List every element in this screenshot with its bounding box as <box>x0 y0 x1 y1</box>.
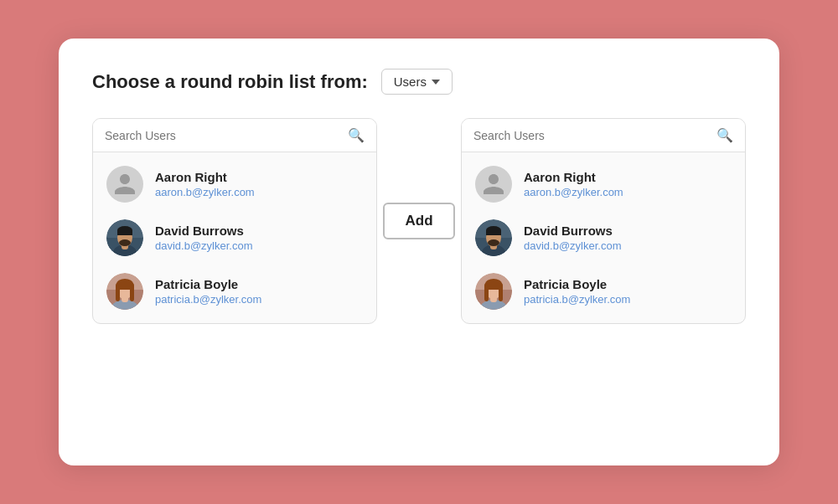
svg-rect-18 <box>116 283 133 290</box>
main-modal: Choose a round robin list from: Users 🔍 <box>59 39 779 465</box>
user-email: patricia.b@zylker.com <box>155 293 261 306</box>
david-avatar-right <box>475 219 512 256</box>
user-name: Patricia Boyle <box>155 277 261 291</box>
user-info: Aaron Right aaron.b@zylker.com <box>524 170 623 198</box>
right-search-input[interactable] <box>473 129 710 142</box>
left-list-item[interactable]: Patricia Boyle patricia.b@zylker.com <box>93 265 376 318</box>
person-icon <box>481 172 506 197</box>
avatar <box>475 166 512 203</box>
user-info: David Burrows david.b@zylker.com <box>155 224 253 252</box>
right-list-item[interactable]: Patricia Boyle patricia.b@zylker.com <box>462 265 745 318</box>
avatar <box>106 219 143 256</box>
right-search-icon: 🔍 <box>716 127 733 143</box>
right-user-list-panel: 🔍 Aaron Right aaron.b@zylker.com <box>461 118 746 324</box>
right-search-bar: 🔍 <box>462 119 745 152</box>
user-email: david.b@zylker.com <box>155 239 253 252</box>
user-name: Aaron Right <box>155 170 255 184</box>
person-icon <box>112 172 137 197</box>
svg-point-27 <box>488 239 499 246</box>
svg-rect-26 <box>486 230 501 235</box>
user-name: David Burrows <box>155 224 253 238</box>
user-name: David Burrows <box>524 224 622 238</box>
svg-point-8 <box>119 239 131 246</box>
user-name: Aaron Right <box>524 170 623 184</box>
patricia-avatar-left <box>106 273 143 310</box>
user-info: Patricia Boyle patricia.b@zylker.com <box>155 277 261 306</box>
right-user-list: Aaron Right aaron.b@zylker.com <box>462 152 745 323</box>
chevron-down-icon <box>432 80 440 85</box>
avatar <box>106 273 143 310</box>
david-avatar-left <box>106 219 143 256</box>
left-list-item[interactable]: Aaron Right aaron.b@zylker.com <box>93 157 376 211</box>
svg-rect-7 <box>117 230 132 235</box>
user-info: David Burrows david.b@zylker.com <box>524 224 622 252</box>
modal-title: Choose a round robin list from: <box>92 71 368 93</box>
user-email: aaron.b@zylker.com <box>524 186 623 198</box>
modal-header: Choose a round robin list from: Users <box>92 69 746 95</box>
user-name: Patricia Boyle <box>524 277 630 291</box>
left-search-bar: 🔍 <box>93 119 376 152</box>
add-button-wrapper: Add <box>377 203 461 239</box>
left-user-list: Aaron Right aaron.b@zylker.com <box>93 152 376 323</box>
svg-rect-37 <box>485 283 502 290</box>
user-info: Aaron Right aaron.b@zylker.com <box>155 170 255 198</box>
user-info: Patricia Boyle patricia.b@zylker.com <box>524 277 630 306</box>
avatar <box>475 273 512 310</box>
left-list-item[interactable]: David Burrows david.b@zylker.com <box>93 211 376 265</box>
add-button[interactable]: Add <box>383 203 454 239</box>
avatar <box>106 166 143 203</box>
left-user-list-panel: 🔍 Aaron Right aaron.b@zylker.com <box>92 118 377 324</box>
right-list-item[interactable]: David Burrows david.b@zylker.com <box>462 211 745 265</box>
lists-area: 🔍 Aaron Right aaron.b@zylker.com <box>92 118 746 324</box>
right-list-item[interactable]: Aaron Right aaron.b@zylker.com <box>462 157 745 211</box>
avatar <box>475 219 512 256</box>
user-email: aaron.b@zylker.com <box>155 186 255 198</box>
user-email: patricia.b@zylker.com <box>524 293 630 306</box>
source-dropdown[interactable]: Users <box>381 69 453 95</box>
left-search-input[interactable] <box>105 129 341 142</box>
user-email: david.b@zylker.com <box>524 239 622 252</box>
dropdown-label: Users <box>394 75 427 89</box>
patricia-avatar-right <box>475 273 512 310</box>
left-search-icon: 🔍 <box>348 127 365 143</box>
